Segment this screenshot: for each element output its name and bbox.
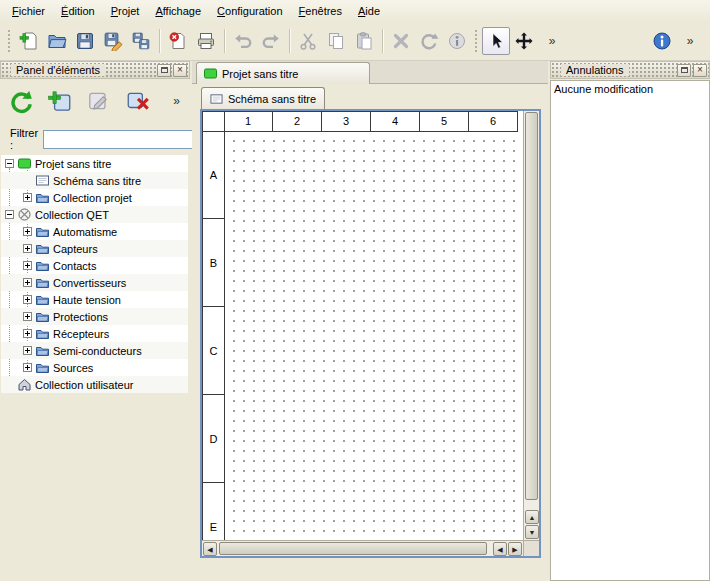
toolbar-overflow-button-right[interactable]: » [676, 27, 704, 55]
float-panel-button[interactable] [157, 64, 171, 77]
toolbar-drag-handle[interactable] [7, 29, 12, 53]
toolbar-drag-handle[interactable] [474, 29, 479, 53]
menu-projet[interactable]: Projet [103, 2, 148, 20]
reload-collections-button[interactable] [4, 84, 38, 118]
panel-toolbar-overflow-button[interactable]: » [169, 94, 184, 108]
schema-tab[interactable]: Schéma sans titre [201, 87, 325, 109]
print-button[interactable] [192, 27, 220, 55]
scroll-left-button-2[interactable]: ◀ [493, 542, 507, 556]
redo-button[interactable] [257, 27, 285, 55]
elements-tree: Projet sans titre Schéma sans titre Coll… [1, 155, 188, 393]
tree-item-convertisseurs[interactable]: Convertisseurs [1, 274, 188, 291]
expand-expander-icon[interactable] [23, 193, 32, 202]
folder-icon [36, 191, 49, 204]
filter-label: Filtrer : [10, 127, 38, 151]
tree-item-label: Contacts [53, 260, 96, 272]
scroll-right-button[interactable]: ▶ [508, 542, 522, 556]
column-header: 1 [224, 112, 273, 131]
delete-element-icon [125, 88, 151, 114]
tree-item-haute-tension[interactable]: Haute tension [1, 291, 188, 308]
expand-expander-icon[interactable] [23, 295, 32, 304]
delete-element-button[interactable] [121, 84, 155, 118]
column-header: 2 [273, 112, 322, 131]
expand-expander-icon[interactable] [23, 346, 32, 355]
tree-item-label: Convertisseurs [53, 277, 126, 289]
schema-canvas[interactable]: 1 2 3 4 5 6 A B C D E [202, 111, 523, 540]
save-all-icon [131, 31, 151, 51]
float-panel-button[interactable] [677, 64, 691, 77]
scroll-down-button[interactable]: ▼ [525, 525, 539, 539]
horizontal-scrollbar[interactable]: ◀ ◀ ▶ [202, 540, 523, 556]
save-as-button[interactable] [99, 27, 127, 55]
paste-icon [354, 31, 374, 51]
pan-mode-button[interactable] [510, 27, 538, 55]
tree-item-recepteurs[interactable]: Récepteurs [1, 325, 188, 342]
project-window-tab[interactable]: Projet sans titre [196, 62, 370, 84]
menu-fichier[interactable]: Fichier [4, 2, 53, 20]
select-mode-button[interactable] [482, 27, 510, 55]
menu-fenetres[interactable]: Fenêtres [291, 2, 350, 20]
tree-item-automatisme[interactable]: Automatisme [1, 223, 188, 240]
mdi-area: Projet sans titre Schéma sans titre 1 2 … [192, 61, 548, 581]
expand-expander-icon[interactable] [23, 329, 32, 338]
expand-expander-icon[interactable] [23, 312, 32, 321]
folder-icon [36, 225, 49, 238]
tree-item-label: Collection projet [53, 192, 132, 204]
close-panel-button[interactable]: × [693, 64, 707, 77]
scroll-up-button[interactable]: ▲ [525, 510, 539, 524]
horizontal-scrollbar-thumb[interactable] [219, 542, 487, 555]
undo-button[interactable] [229, 27, 257, 55]
collapse-expander-icon[interactable] [5, 159, 14, 168]
tree-item-collection-qet[interactable]: Collection QET [1, 206, 188, 223]
copy-button[interactable] [322, 27, 350, 55]
elements-panel-toolbar: » [0, 81, 190, 121]
info-button[interactable] [443, 27, 471, 55]
undo-panel-titlebar[interactable]: Annulations × [550, 61, 710, 79]
menu-configuration[interactable]: Configuration [209, 2, 290, 20]
tree-item-label: Automatisme [53, 226, 117, 238]
elements-panel-titlebar[interactable]: Panel d'éléments × [0, 61, 190, 79]
tree-item-label: Capteurs [53, 243, 98, 255]
menu-affichage[interactable]: Affichage [147, 2, 209, 20]
toolbar-overflow-button[interactable]: » [538, 27, 566, 55]
scroll-left-button[interactable]: ◀ [203, 542, 217, 556]
about-button[interactable] [648, 27, 676, 55]
expand-expander-icon[interactable] [23, 363, 32, 372]
open-file-button[interactable] [43, 27, 71, 55]
tree-item-contacts[interactable]: Contacts [1, 257, 188, 274]
edit-element-button[interactable] [82, 84, 116, 118]
menu-edition[interactable]: Édition [53, 2, 103, 20]
expand-expander-icon[interactable] [23, 227, 32, 236]
vertical-scrollbar-thumb[interactable] [525, 112, 538, 500]
rotate-button[interactable] [415, 27, 443, 55]
tree-item-label: Projet sans titre [35, 158, 111, 170]
menu-aide[interactable]: Aide [350, 2, 388, 20]
tree-item-projet[interactable]: Projet sans titre [1, 155, 188, 172]
new-file-button[interactable] [15, 27, 43, 55]
close-file-button[interactable] [164, 27, 192, 55]
delete-button[interactable] [387, 27, 415, 55]
expand-expander-icon[interactable] [23, 244, 32, 253]
new-element-button[interactable] [43, 84, 77, 118]
cut-button[interactable] [294, 27, 322, 55]
menu-bar: Fichier Édition Projet Affichage Configu… [0, 0, 710, 22]
filter-input[interactable] [43, 130, 193, 149]
tree-item-sources[interactable]: Sources [1, 359, 188, 376]
collapse-expander-icon[interactable] [5, 210, 14, 219]
close-panel-button[interactable]: × [173, 64, 187, 77]
tree-item-semi-conducteurs[interactable]: Semi-conducteurs [1, 342, 188, 359]
tree-item-collection-utilisateur[interactable]: Collection utilisateur [1, 376, 188, 393]
save-button[interactable] [71, 27, 99, 55]
tree-item-collection-projet[interactable]: Collection projet [1, 189, 188, 206]
save-all-button[interactable] [127, 27, 155, 55]
filter-row: Filtrer : [0, 127, 190, 151]
tree-item-capteurs[interactable]: Capteurs [1, 240, 188, 257]
vertical-scrollbar[interactable]: ▲ ▼ [523, 111, 539, 540]
undo-history-item[interactable]: Aucune modification [551, 81, 709, 97]
tree-item-schema[interactable]: Schéma sans titre [1, 172, 188, 189]
expand-expander-icon[interactable] [23, 261, 32, 270]
expand-expander-icon[interactable] [23, 278, 32, 287]
schema-paper-grid[interactable] [224, 131, 523, 540]
paste-button[interactable] [350, 27, 378, 55]
tree-item-protections[interactable]: Protections [1, 308, 188, 325]
